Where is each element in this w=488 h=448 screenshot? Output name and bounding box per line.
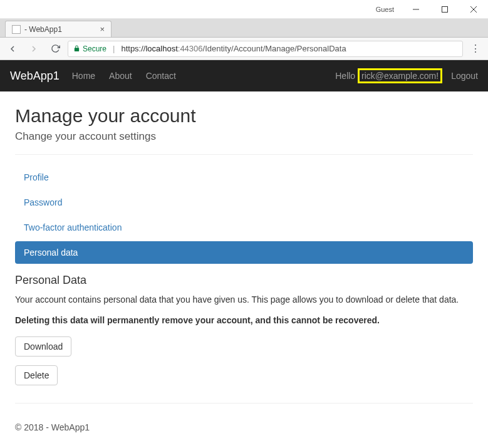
nav-link-home[interactable]: Home (72, 71, 95, 81)
pill-two-factor[interactable]: Two-factor authentication (15, 216, 473, 239)
lock-icon (73, 45, 80, 52)
browser-toolbar: Secure | https://localhost:44306/Identit… (0, 38, 488, 60)
tab-close-icon[interactable]: × (100, 24, 105, 34)
logout-link[interactable]: Logout (451, 71, 478, 81)
secure-label: Secure (83, 44, 106, 53)
page-subtitle: Change your account settings (15, 130, 473, 143)
footer-text: © 2018 - WebApp1 (15, 415, 473, 432)
browser-tabstrip: - WebApp1 × (0, 19, 488, 38)
section-title: Personal Data (15, 274, 473, 287)
back-button[interactable] (4, 40, 21, 58)
page-icon (12, 25, 21, 34)
nav-link-contact[interactable]: Contact (146, 71, 176, 81)
forward-button[interactable] (25, 40, 43, 58)
main-container: Manage your account Change your account … (0, 91, 488, 446)
page-title: Manage your account (15, 105, 473, 127)
guest-label: Guest (376, 6, 394, 13)
app-navbar: WebApp1 Home About Contact Hello rick@ex… (0, 60, 488, 91)
section-warning: Deleting this data will permanently remo… (15, 315, 473, 325)
window-minimize-button[interactable] (402, 0, 430, 19)
hello-user: Hello rick@example.com! (335, 71, 442, 81)
tab-title: - WebApp1 (24, 25, 96, 34)
reload-button[interactable] (46, 40, 64, 58)
footer-divider (15, 403, 473, 404)
window-close-button[interactable] (459, 0, 488, 19)
user-email-link[interactable]: rick@example.com! (358, 68, 442, 83)
delete-button[interactable]: Delete (15, 365, 58, 385)
pill-profile[interactable]: Profile (15, 166, 473, 189)
page-viewport: WebApp1 Home About Contact Hello rick@ex… (0, 60, 488, 448)
browser-menu-button[interactable]: ⋮ (467, 43, 484, 55)
browser-tab[interactable]: - WebApp1 × (5, 21, 112, 37)
nav-link-about[interactable]: About (109, 71, 132, 81)
manage-nav-pills: Profile Password Two-factor authenticati… (15, 166, 473, 264)
pill-personal-data[interactable]: Personal data (15, 241, 473, 264)
address-bar[interactable]: Secure | https://localhost:44306/Identit… (68, 41, 463, 57)
url-separator: | (113, 44, 115, 53)
window-titlebar: Guest (0, 0, 488, 19)
secure-indicator: Secure (73, 44, 106, 53)
window-maximize-button[interactable] (430, 0, 459, 19)
svg-rect-1 (442, 6, 448, 12)
brand-link[interactable]: WebApp1 (10, 70, 60, 83)
section-body: Your account contains personal data that… (15, 293, 473, 306)
pill-password[interactable]: Password (15, 191, 473, 214)
download-button[interactable]: Download (15, 336, 71, 357)
divider (15, 154, 473, 155)
url-input[interactable]: https://localhost:44306/Identity/Account… (121, 44, 457, 53)
